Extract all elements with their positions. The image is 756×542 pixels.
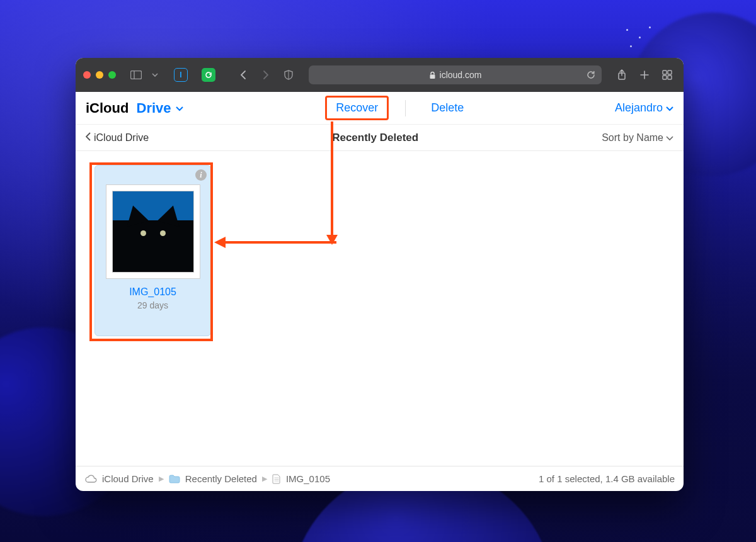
svg-marker-10 xyxy=(326,235,338,245)
sort-label: Sort by Name xyxy=(602,132,663,144)
footer-crumb-1[interactable]: Recently Deleted xyxy=(185,473,257,484)
footer-crumb-2[interactable]: IMG_0105 xyxy=(286,473,330,484)
app-title-drive: Drive xyxy=(137,100,171,116)
svg-rect-5 xyxy=(663,71,667,74)
recover-button[interactable]: Recover xyxy=(325,96,389,120)
svg-rect-6 xyxy=(668,71,672,74)
header-actions: Recover Delete xyxy=(183,96,615,120)
cloud-icon xyxy=(84,475,97,483)
page-title: Recently Deleted xyxy=(149,132,602,144)
address-url: icloud.com xyxy=(440,70,482,80)
back-button[interactable] xyxy=(234,66,252,84)
lock-icon xyxy=(429,71,436,79)
user-menu[interactable]: Alejandro xyxy=(615,101,673,115)
browser-titlebar: I icloud.com xyxy=(76,58,684,92)
footer-crumb-0[interactable]: iCloud Drive xyxy=(102,473,154,484)
svg-rect-0 xyxy=(131,71,142,79)
window-controls xyxy=(83,71,116,79)
footer-breadcrumb: iCloud Drive ▶ Recently Deleted ▶ IMG_01… xyxy=(76,466,684,491)
reload-button[interactable] xyxy=(587,71,595,79)
sidebar-toggle-button[interactable] xyxy=(127,66,145,84)
footer-status: 1 of 1 selected, 1.4 GB available xyxy=(539,473,675,484)
app-header: iCloud Drive Recover Delete Alejandro xyxy=(76,92,684,125)
privacy-report-button[interactable] xyxy=(280,66,297,84)
info-icon[interactable]: i xyxy=(195,169,207,181)
folder-icon xyxy=(169,475,180,483)
extension-instapaper-icon[interactable]: I xyxy=(174,68,188,82)
svg-rect-8 xyxy=(668,76,672,79)
sort-menu[interactable]: Sort by Name xyxy=(602,132,673,144)
chevron-right-icon: ▶ xyxy=(159,475,164,483)
file-name: IMG_0105 xyxy=(95,286,210,298)
chevron-down-icon xyxy=(176,103,183,113)
file-item-selected[interactable]: i IMG_0105 29 days xyxy=(94,165,211,336)
user-name: Alejandro xyxy=(615,101,663,115)
chevron-down-icon xyxy=(666,132,673,144)
chevron-left-icon xyxy=(86,132,91,144)
file-subtitle: 29 days xyxy=(95,300,210,310)
chevron-down-icon xyxy=(666,101,673,115)
file-thumbnail xyxy=(106,184,200,279)
app-title-icloud: iCloud xyxy=(86,100,129,116)
delete-button[interactable]: Delete xyxy=(422,98,472,118)
window-maximize-button[interactable] xyxy=(108,71,116,79)
forward-button[interactable] xyxy=(257,66,275,84)
breadcrumb-back-link[interactable]: iCloud Drive xyxy=(86,132,149,144)
browser-window: I icloud.com xyxy=(76,58,684,491)
document-icon xyxy=(272,474,281,484)
breadcrumb-back-label: iCloud Drive xyxy=(94,132,149,144)
svg-marker-12 xyxy=(214,237,226,248)
file-grid: i IMG_0105 29 days xyxy=(76,151,684,466)
sidebar-dropdown-icon[interactable] xyxy=(150,66,160,84)
window-close-button[interactable] xyxy=(83,71,91,79)
svg-rect-7 xyxy=(663,76,667,79)
subheader: iCloud Drive Recently Deleted Sort by Na… xyxy=(76,125,684,151)
app-title[interactable]: iCloud Drive xyxy=(86,100,183,116)
chevron-right-icon: ▶ xyxy=(262,475,267,483)
window-minimize-button[interactable] xyxy=(96,71,103,79)
tab-overview-button[interactable] xyxy=(658,66,676,84)
new-tab-button[interactable] xyxy=(636,66,653,84)
svg-rect-3 xyxy=(430,74,435,79)
annotation-arrow-file xyxy=(213,235,339,252)
action-divider xyxy=(405,100,406,116)
extension-grammarly-icon[interactable] xyxy=(202,68,215,82)
address-bar[interactable]: icloud.com xyxy=(309,65,602,84)
share-button[interactable] xyxy=(613,66,631,84)
